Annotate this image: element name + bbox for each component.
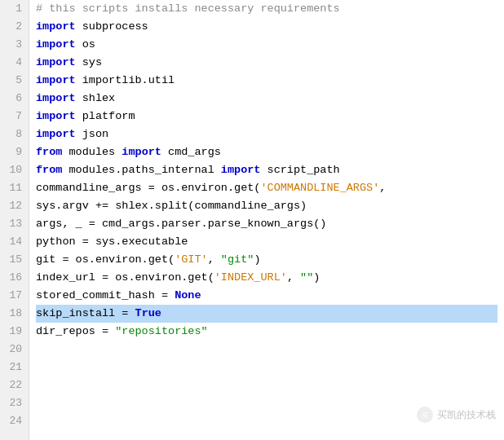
- token-kw: import: [36, 74, 76, 86]
- token-plain: ): [254, 253, 260, 266]
- token-plain: sys.argv += shlex.split(commandline_args…: [36, 200, 307, 212]
- code-line: import subprocess: [36, 18, 497, 36]
- line-number: 19: [7, 323, 22, 341]
- code-line: from modules.paths_internal import scrip…: [36, 161, 497, 179]
- line-number: 7: [7, 108, 22, 125]
- token-plain: platform: [76, 110, 135, 122]
- code-line: # this scripts installs necessary requir…: [36, 0, 497, 18]
- watermark-text: 买凯的技术栈: [437, 408, 496, 422]
- line-number: 20: [7, 341, 22, 359]
- line-number: 21: [7, 359, 22, 376]
- token-kw: import: [36, 20, 76, 33]
- line-number: 16: [7, 269, 22, 287]
- token-str: 'INDEX_URL': [214, 271, 287, 284]
- token-str2: "repositories": [115, 325, 207, 337]
- token-kw: import: [36, 38, 76, 51]
- token-plain: dir_repos =: [36, 325, 115, 337]
- token-kw: from: [36, 164, 62, 176]
- token-kw: from: [36, 146, 62, 158]
- line-number: 4: [7, 54, 22, 72]
- code-line: import json: [36, 125, 497, 143]
- line-number: 10: [7, 161, 22, 179]
- code-line: python = sys.executable: [36, 233, 497, 251]
- code-line: commandline_args = os.environ.get('COMMA…: [36, 179, 497, 197]
- token-plain: ): [313, 271, 320, 284]
- token-plain: ,: [287, 271, 300, 284]
- token-kw2: None: [175, 289, 201, 301]
- line-number: 14: [7, 233, 22, 251]
- token-str2: "": [300, 271, 313, 284]
- token-plain: shlex: [76, 92, 116, 104]
- code-line: stored_commit_hash = None: [36, 287, 497, 305]
- token-kw2: True: [135, 307, 161, 319]
- token-plain: cmd_args: [161, 146, 221, 158]
- token-plain: commandline_args = os.environ.get(: [36, 182, 260, 194]
- token-plain: os: [76, 38, 95, 51]
- line-number: 12: [7, 197, 22, 215]
- token-kw: import: [36, 128, 76, 140]
- watermark: 买 买凯的技术栈: [416, 406, 496, 424]
- token-plain: python = sys.executable: [36, 235, 188, 248]
- token-comment: # this scripts installs necessary requir…: [36, 2, 340, 15]
- line-number: 23: [7, 394, 22, 412]
- token-plain: importlib.util: [76, 74, 175, 86]
- code-line: args, _ = cmd_args.parser.parse_known_ar…: [36, 215, 497, 233]
- token-kw: import: [36, 56, 76, 68]
- token-plain: script_path: [260, 164, 339, 176]
- line-number: 17: [7, 287, 22, 305]
- token-kw: import: [122, 146, 161, 158]
- token-plain: skip_install =: [36, 307, 135, 319]
- line-number: 18: [7, 305, 22, 323]
- code-line: git = os.environ.get('GIT', "git"): [36, 251, 497, 269]
- token-plain: modules.paths_internal: [62, 164, 220, 176]
- code-line: index_url = os.environ.get('INDEX_URL', …: [36, 269, 497, 287]
- line-number: 2: [7, 18, 22, 36]
- token-plain: modules: [62, 146, 122, 158]
- code-line: import shlex: [36, 90, 497, 108]
- code-line: import sys: [36, 54, 497, 72]
- token-plain: subprocess: [76, 20, 148, 33]
- line-number: 24: [7, 412, 22, 430]
- line-number: 11: [7, 179, 22, 197]
- line-number: 13: [7, 215, 22, 233]
- code-line: import platform: [36, 108, 497, 125]
- token-str: 'GIT': [175, 253, 208, 266]
- line-number: 3: [7, 36, 22, 54]
- line-numbers: 123456789101112131415161718192021222324: [0, 0, 29, 440]
- svg-text:买: 买: [422, 411, 429, 420]
- token-kw: import: [221, 164, 261, 176]
- token-plain: index_url = os.environ.get(: [36, 271, 214, 284]
- token-str: 'COMMANDLINE_ARGS': [260, 182, 379, 194]
- token-plain: git = os.environ.get(: [36, 253, 175, 266]
- token-kw: import: [36, 92, 76, 104]
- line-number: 6: [7, 90, 22, 108]
- line-number: 15: [7, 251, 22, 269]
- code-line: import os: [36, 36, 497, 54]
- token-plain: sys: [76, 56, 102, 68]
- token-plain: args, _ = cmd_args.parser.parse_known_ar…: [36, 218, 326, 230]
- code-line: sys.argv += shlex.split(commandline_args…: [36, 197, 497, 215]
- line-number: 22: [7, 376, 22, 394]
- watermark-icon: 买: [416, 406, 434, 424]
- token-plain: json: [76, 128, 109, 140]
- code-line: dir_repos = "repositories": [36, 323, 497, 341]
- line-number: 8: [7, 125, 22, 143]
- token-plain: stored_commit_hash =: [36, 289, 175, 301]
- line-number: 1: [7, 0, 22, 18]
- token-str2: "git": [221, 253, 254, 266]
- line-number: 5: [7, 72, 22, 90]
- code-line: skip_install = True: [36, 305, 497, 323]
- line-number: 9: [7, 143, 22, 161]
- token-plain: ,: [208, 253, 221, 266]
- code-line: from modules import cmd_args: [36, 143, 497, 161]
- token-kw: import: [36, 110, 76, 122]
- code-line: import importlib.util: [36, 72, 497, 90]
- token-plain: ,: [379, 182, 386, 194]
- code-content[interactable]: # this scripts installs necessary requir…: [29, 0, 504, 440]
- code-editor: 123456789101112131415161718192021222324 …: [0, 0, 504, 440]
